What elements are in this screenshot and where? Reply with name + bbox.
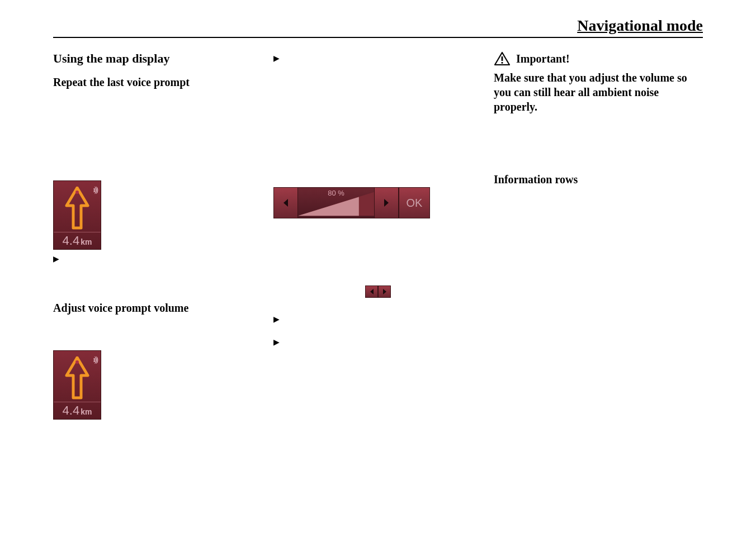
sub-heading-repeat-prompt: Repeat the last voice prompt bbox=[53, 76, 262, 89]
distance-label: 4.4km bbox=[54, 402, 101, 418]
left-column: Using the map display Repeat the last vo… bbox=[53, 49, 262, 423]
volume-track[interactable]: 80 % bbox=[298, 187, 374, 218]
spacer bbox=[53, 328, 262, 350]
direction-tile: ı)) 4.4km bbox=[53, 350, 101, 420]
distance-label: 4.4km bbox=[54, 232, 101, 248]
distance-value: 4.4 bbox=[63, 234, 80, 248]
svg-point-0 bbox=[75, 191, 79, 194]
spacer bbox=[53, 102, 262, 180]
chevron-left-icon bbox=[369, 288, 375, 295]
triangle-bullet-icon: ▶ bbox=[53, 254, 262, 264]
section-heading-map-display: Using the map display bbox=[53, 51, 262, 66]
spacer bbox=[53, 268, 262, 302]
right-column: Important! Make sure that you adjust the… bbox=[494, 49, 703, 423]
sound-icon: ı)) bbox=[93, 355, 97, 364]
distance-value: 4.4 bbox=[63, 403, 80, 417]
triangle-bullet-icon: ▶ bbox=[273, 315, 483, 324]
mini-right-button[interactable] bbox=[378, 285, 391, 298]
triangle-bullet-icon: ▶ bbox=[273, 337, 483, 347]
content-columns: Using the map display Repeat the last vo… bbox=[53, 49, 703, 423]
chevron-right-icon bbox=[382, 288, 388, 295]
chevron-left-icon bbox=[282, 198, 290, 208]
up-arrow-icon bbox=[64, 187, 90, 230]
volume-percent-label: 80 % bbox=[328, 189, 344, 197]
volume-decrease-button[interactable] bbox=[273, 187, 298, 218]
volume-increase-button[interactable] bbox=[374, 187, 399, 218]
warning-important-label: Important! bbox=[516, 53, 570, 65]
distance-unit: km bbox=[81, 237, 92, 246]
distance-unit: km bbox=[81, 407, 92, 416]
page-title: Navigational mode bbox=[577, 17, 703, 35]
up-arrow-icon bbox=[64, 356, 90, 400]
sound-icon: ı)) bbox=[93, 185, 97, 194]
sub-heading-adjust-volume: Adjust voice prompt volume bbox=[53, 302, 262, 315]
info-rows-heading: Information rows bbox=[494, 173, 703, 186]
volume-slider: 80 % OK bbox=[273, 187, 430, 218]
volume-ok-button[interactable]: OK bbox=[399, 187, 430, 218]
svg-rect-5 bbox=[502, 62, 503, 64]
mini-left-button[interactable] bbox=[365, 285, 378, 298]
svg-point-1 bbox=[75, 360, 79, 364]
header-rule: Navigational mode bbox=[53, 17, 703, 38]
warning-triangle-icon bbox=[494, 51, 511, 66]
middle-column: ▶ 80 % OK ▶ bbox=[273, 49, 483, 423]
triangle-bullet-icon: ▶ bbox=[273, 54, 483, 63]
chevron-right-icon bbox=[382, 198, 390, 208]
warning-body-text: Make sure that you adjust the volume so … bbox=[494, 70, 703, 114]
mini-left-right-control bbox=[365, 285, 391, 298]
direction-tile: ı)) 4.4km bbox=[53, 180, 101, 250]
warning-heading-row: Important! bbox=[494, 51, 703, 66]
svg-rect-4 bbox=[502, 56, 503, 61]
